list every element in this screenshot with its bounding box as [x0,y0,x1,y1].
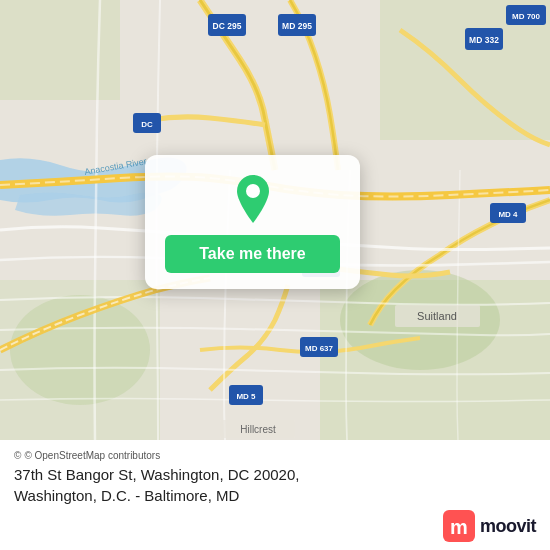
svg-rect-1 [0,0,120,100]
take-me-there-button[interactable]: Take me there [165,235,340,273]
address-line: 37th St Bangor St, Washington, DC 20020,… [14,465,299,506]
svg-text:Suitland: Suitland [417,310,457,322]
svg-text:DC 295: DC 295 [213,21,242,31]
bottom-bar: © © OpenStreetMap contributors 37th St B… [0,440,550,550]
moovit-logo-icon: m [443,510,475,542]
moovit-logo-area: m moovit [14,510,536,542]
address-line2: Washington, D.C. - Baltimore, MD [14,487,239,504]
svg-text:Hillcrest: Hillcrest [240,424,276,435]
svg-point-30 [246,184,260,198]
address-line1: 37th St Bangor St, Washington, DC 20020, [14,466,299,483]
svg-text:MD 4: MD 4 [498,210,518,219]
take-me-there-overlay: Take me there [145,155,360,289]
location-pin-icon [231,173,275,225]
svg-text:DC: DC [141,120,153,129]
svg-text:MD 332: MD 332 [469,35,499,45]
moovit-brand-text: moovit [480,516,536,537]
osm-credit: © © OpenStreetMap contributors [14,450,536,461]
svg-text:m: m [450,516,468,538]
svg-text:MD 637: MD 637 [305,344,334,353]
svg-text:MD 295: MD 295 [282,21,312,31]
svg-text:MD 700: MD 700 [512,12,541,21]
osm-credit-text: © OpenStreetMap contributors [24,450,160,461]
moovit-logo: m moovit [443,510,536,542]
svg-text:MD 5: MD 5 [236,392,256,401]
map-area: Suitland Hillcrest Anacostia River DC 29… [0,0,550,440]
copyright-symbol: © [14,450,21,461]
address-text: 37th St Bangor St, Washington, DC 20020,… [14,461,536,510]
